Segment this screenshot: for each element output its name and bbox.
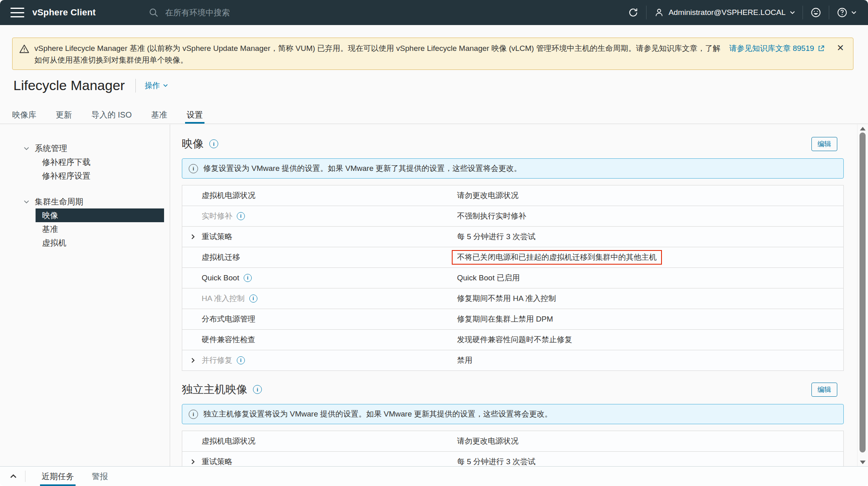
app-title: vSphere Client: [32, 7, 96, 18]
user-menu[interactable]: Administrator@VSPHERE.LOCAL: [654, 7, 795, 18]
chevron-right-icon[interactable]: [190, 358, 196, 364]
page-head: Lifecycle Manager 操作: [13, 78, 168, 93]
setting-value: 不将已关闭电源和已挂起的虚拟机迁移到集群中的其他主机: [452, 250, 662, 265]
global-search: [148, 7, 392, 18]
images-section-head: 映像 i 编辑: [182, 137, 844, 151]
footer-tabs: 近期任务 警报: [42, 467, 108, 486]
scroll-up-arrow[interactable]: [860, 127, 866, 130]
tab[interactable]: 更新: [56, 106, 72, 124]
setting-label: 重试策略: [202, 231, 232, 242]
sidebar-item-label: 映像: [42, 210, 58, 221]
footer-tab[interactable]: 警报: [92, 467, 108, 486]
search-icon: [148, 7, 159, 18]
sidebar-item-label: 修补程序下载: [42, 157, 91, 168]
chevron-right-icon[interactable]: [190, 459, 196, 465]
feedback-smiley-icon[interactable]: [810, 7, 822, 18]
info-icon[interactable]: i: [237, 212, 245, 220]
actions-dropdown[interactable]: 操作: [145, 80, 168, 91]
divider: [646, 6, 647, 19]
setting-label: Quick Boot: [202, 274, 239, 282]
kb-article-link[interactable]: 请参见知识库文章 89519: [729, 43, 824, 54]
kb-article-link-label: 请参见知识库文章 89519: [729, 43, 814, 54]
username-label: Administrator@VSPHERE.LOCAL: [668, 8, 786, 17]
setting-label-cell: 硬件兼容性检查: [182, 335, 457, 345]
setting-label: 并行修复: [202, 355, 232, 366]
chevron-down-icon[interactable]: [23, 199, 29, 205]
divider: [135, 79, 136, 93]
warning-icon: [19, 44, 29, 56]
setting-value-cell: 修复期间在集群上禁用 DPM: [457, 314, 843, 324]
setting-value: 不强制执行实时修补: [457, 212, 526, 220]
standalone-settings-table: 虚拟机电源状况 请勿更改电源状况 重试策略: [182, 431, 844, 467]
setting-label-cell: 分布式电源管理: [182, 314, 457, 324]
scrollbar-thumb[interactable]: [860, 133, 866, 452]
setting-value-cell: 发现硬件兼容性问题时不禁止修复: [457, 335, 843, 345]
setting-label: 硬件兼容性检查: [202, 335, 255, 345]
setting-label: 虚拟机迁移: [202, 252, 240, 263]
edit-button[interactable]: 编辑: [811, 137, 837, 151]
notice-text: 独立主机修复设置将设为 VMware 提供的设置。如果 VMware 更新其提供…: [203, 409, 552, 419]
tab[interactable]: 设置: [187, 106, 203, 124]
footer-bar: 近期任务 警报: [0, 466, 868, 486]
table-row: Quick Boot i Quick Boot 已启用: [182, 268, 843, 288]
chevron-down-icon[interactable]: [23, 145, 29, 151]
page-title: Lifecycle Manager: [13, 78, 125, 93]
edit-button[interactable]: 编辑: [811, 383, 837, 397]
main-content: 映像 i 编辑 i 修复设置设为 VMware 提供的设置。如果 VMware …: [171, 124, 857, 467]
sidebar-item[interactable]: 修补程序设置: [36, 169, 164, 183]
tab[interactable]: 导入的 ISO: [91, 106, 132, 124]
chevron-up-icon[interactable]: [0, 467, 25, 486]
notice-text: 修复设置设为 VMware 提供的设置。如果 VMware 更新了其提供的设置，…: [203, 163, 521, 174]
chevron-down-icon: [163, 83, 168, 88]
sidebar-item[interactable]: 修补程序下载: [36, 155, 164, 169]
setting-label-cell: 虚拟机电源状况: [182, 436, 457, 446]
setting-value: 修复期间不禁用 HA 准入控制: [457, 294, 556, 303]
info-icon[interactable]: i: [244, 274, 252, 282]
table-row: 虚拟机电源状况 请勿更改电源状况: [182, 185, 843, 206]
sidebar-item[interactable]: 基准: [36, 222, 164, 236]
tab[interactable]: 映像库: [12, 106, 36, 124]
tab-label: 设置: [187, 109, 203, 120]
hamburger-menu-icon[interactable]: [11, 8, 24, 17]
sidebar-item-label: 集群生命周期: [35, 196, 83, 207]
info-icon[interactable]: i: [253, 385, 262, 394]
table-row: 重试策略 每 5 分钟进行 3 次尝试: [182, 452, 843, 467]
setting-label-cell: 并行修复 i: [182, 355, 457, 366]
setting-value: 发现硬件兼容性问题时不禁止修复: [457, 335, 572, 344]
search-input[interactable]: [164, 8, 392, 18]
sidebar-item[interactable]: 系统管理: [0, 141, 170, 155]
setting-label-cell: Quick Boot i: [182, 274, 457, 282]
tab-label: 更新: [56, 109, 72, 120]
close-icon[interactable]: ✕: [837, 43, 844, 53]
tab[interactable]: 基准: [151, 106, 167, 124]
scroll-down-arrow[interactable]: [860, 461, 866, 464]
sidebar-item-label: 基准: [42, 224, 58, 235]
info-icon[interactable]: i: [209, 139, 218, 148]
divider: [25, 471, 25, 482]
divider: [803, 6, 803, 19]
info-icon[interactable]: i: [237, 356, 245, 364]
setting-label: 实时修补: [202, 211, 232, 221]
standalone-section-head: 独立主机映像 i 编辑: [182, 382, 844, 397]
setting-value: 每 5 分钟进行 3 次尝试: [457, 232, 535, 241]
footer-tab[interactable]: 近期任务: [42, 467, 74, 486]
help-menu[interactable]: [836, 7, 857, 18]
setting-label-cell: 虚拟机电源状况: [182, 190, 457, 201]
chevron-right-icon[interactable]: [190, 234, 196, 240]
setting-label-cell: HA 准入控制 i: [182, 293, 457, 304]
sidebar-item[interactable]: 映像: [36, 208, 164, 222]
refresh-icon[interactable]: [628, 7, 639, 18]
warning-text: vSphere Lifecycle Manager 基准 (以前称为 vSphe…: [34, 42, 722, 66]
help-icon: [836, 7, 848, 18]
sidebar-item[interactable]: 虚拟机: [36, 236, 164, 250]
setting-label-cell: 实时修补 i: [182, 211, 457, 221]
setting-value: 请勿更改电源状况: [457, 437, 518, 445]
info-icon[interactable]: i: [249, 295, 257, 303]
tab-bar: 映像库 更新 导入的 ISO 基准 设置: [0, 106, 868, 124]
vertical-scrollbar[interactable]: [857, 124, 868, 467]
deprecation-warning-banner: vSphere Lifecycle Manager 基准 (以前称为 vSphe…: [12, 38, 853, 70]
setting-value-cell: 不强制执行实时修补: [457, 211, 843, 221]
setting-value-cell: 修复期间不禁用 HA 准入控制: [457, 293, 843, 304]
table-row: 并行修复 i 禁用: [182, 350, 843, 370]
sidebar-item[interactable]: 集群生命周期: [0, 195, 170, 208]
